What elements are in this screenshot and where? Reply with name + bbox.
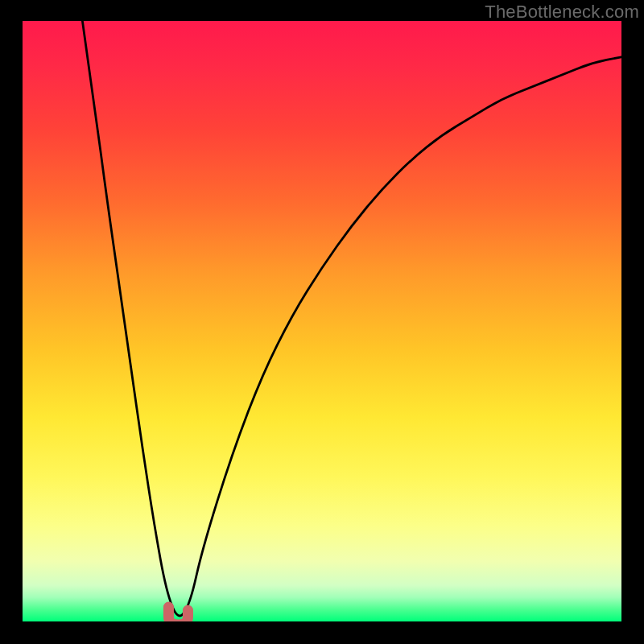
chart-frame [23,21,621,621]
watermark-text: TheBottleneck.com [485,2,639,23]
bottleneck-chart [23,21,621,621]
bottleneck-curve [82,21,621,616]
